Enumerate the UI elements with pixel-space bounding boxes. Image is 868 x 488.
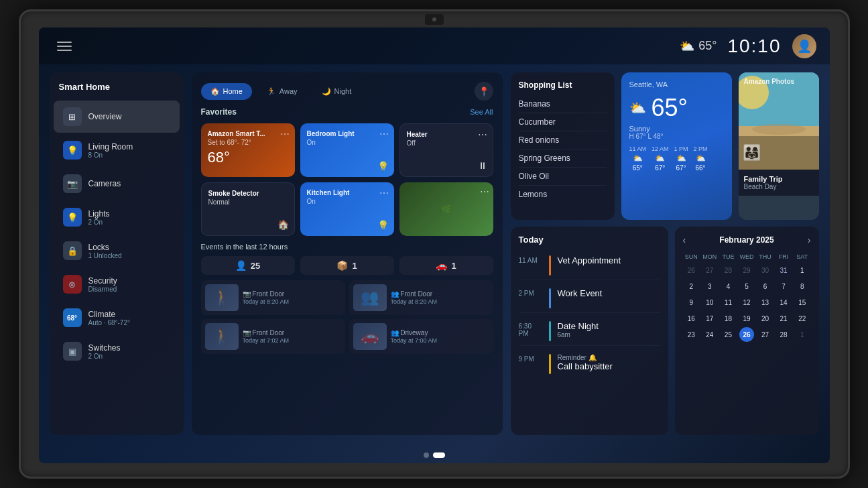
cal-day-20[interactable]: 20 [758,311,773,326]
device-card-smoke[interactable]: Smoke Detector Normal 🏠 [201,182,295,236]
weather-hour-4: 2 PM ⛅ 66° [694,145,708,172]
tv-screen: ⛅ 65° 10:10 👤 Smart Home ⊞ Overview [39,27,830,463]
cal-day-23[interactable]: 23 [684,327,698,342]
overview-icon: ⊞ [63,107,82,126]
device-card-backyard[interactable]: 🌿 ⋯ [399,182,493,236]
shopping-list-card: Shopping List Bananas Cucumber Red onion… [511,72,615,220]
nav-item-cameras[interactable]: 📷 Cameras [54,168,180,200]
cal-day-24[interactable]: 24 [702,327,717,342]
menu-line-2 [57,46,72,47]
thermostat-menu[interactable]: ⋯ [280,129,290,139]
cal-day-13[interactable]: 13 [758,295,773,310]
nav-label-climate: Climate Auto · 68°-72° [88,310,130,326]
device-card-heater[interactable]: Heater Off ⏸ ⋯ [399,123,493,177]
cal-day-18[interactable]: 18 [721,311,735,326]
kitchen-light-title: Kitchen Light [307,189,387,196]
header-weather-icon: ⛅ [680,39,694,54]
device-card-thermostat[interactable]: Amazon Smart T... Set to 68°- 72° 68° ⋯ [201,123,295,177]
photos-caption-sub: Beach Day [744,183,814,190]
work-title: Work Event [558,288,660,298]
people-icon: 👤 [235,260,247,271]
right-top: Shopping List Bananas Cucumber Red onion… [511,72,819,220]
thumb-info-4: 👥 Driveway Today at 7:00 AM [391,329,438,344]
kitchen-light-sub: On [307,198,387,205]
cal-day-3[interactable]: 3 [702,279,717,294]
bedroom-light-menu[interactable]: ⋯ [379,129,389,139]
date-night-time: 6:30 PM [519,321,542,341]
cal-day-28[interactable]: 28 [776,327,791,342]
user-avatar[interactable]: 👤 [792,34,816,58]
cal-day-27[interactable]: 27 [758,327,773,342]
cal-day-26-today[interactable]: 26 [739,327,754,342]
event-thumb-4[interactable]: 🚗 👥 Driveway Today at 7:00 AM [349,319,493,354]
vet-details: Vet Appointment [558,255,660,276]
cal-day-29-jan[interactable]: 29 [739,263,754,278]
thumb-img-1: 🚶 [205,284,239,311]
cal-day-11[interactable]: 11 [721,295,735,310]
nav-item-living-room[interactable]: 💡 Living Room 8 On [54,134,180,166]
header-temperature: 65° [698,39,717,53]
date-night-details: Date Night 6am [558,321,660,341]
event-thumb-3[interactable]: 🚶 📷 Front Door Today at 7:02 AM [201,319,345,354]
mode-away[interactable]: 🏃 Away [257,83,307,100]
cal-day-6[interactable]: 6 [758,279,773,294]
cal-day-9[interactable]: 9 [684,295,698,310]
cal-day-1[interactable]: 1 [795,263,810,278]
babysitter-details: Reminder 🔔 Call babysitter [558,354,660,374]
cal-day-7[interactable]: 7 [776,279,791,294]
event-thumb-1[interactable]: 🚶 📷 Front Door Today at 8:20 AM [201,280,345,315]
nav-item-locks[interactable]: 🔒 Locks 1 Unlocked [54,235,180,267]
date-night-bar [549,321,551,341]
cal-day-25[interactable]: 25 [721,327,735,342]
page-dot-1[interactable] [424,452,429,458]
nav-item-overview[interactable]: ⊞ Overview [54,101,180,133]
backyard-menu[interactable]: ⋯ [480,186,489,197]
cal-day-12[interactable]: 12 [739,295,754,310]
cal-day-1-mar[interactable]: 1 [795,327,810,342]
page-dot-2[interactable] [433,452,445,458]
heater-menu[interactable]: ⋯ [478,129,487,140]
cal-day-17[interactable]: 17 [702,311,717,326]
cal-day-28-jan[interactable]: 28 [721,263,735,278]
cal-day-27-jan[interactable]: 27 [702,263,717,278]
device-card-bedroom-light[interactable]: Bedroom Light On 💡 ⋯ [300,123,394,177]
cal-next-button[interactable]: › [808,235,811,245]
center-panel: 🏠 Home 🏃 Away 🌙 Night 📍 [192,72,503,435]
kitchen-light-menu[interactable]: ⋯ [379,188,389,198]
security-icon: ⊗ [63,275,82,294]
mode-night[interactable]: 🌙 Night [312,83,361,100]
cal-day-19[interactable]: 19 [739,311,754,326]
cal-day-31-jan[interactable]: 31 [776,263,791,278]
babysitter-reminder: Reminder 🔔 [558,354,660,361]
cal-day-10[interactable]: 10 [702,295,717,310]
cal-day-15[interactable]: 15 [795,295,810,310]
cal-day-4[interactable]: 4 [721,279,735,294]
calendar-month-year: February 2025 [719,235,773,245]
weather-hour-1: 11 AM ⛅ 65° [629,145,647,172]
cal-day-26-jan[interactable]: 26 [684,263,698,278]
menu-button[interactable] [52,34,76,58]
mode-home[interactable]: 🏠 Home [201,83,252,100]
bulb-icon: 💡 [377,161,389,172]
device-card-kitchen-light[interactable]: Kitchen Light On 💡 ⋯ [300,182,394,236]
location-button[interactable]: 📍 [475,82,493,101]
cal-day-30-jan[interactable]: 30 [758,263,773,278]
cal-day-16[interactable]: 16 [684,311,698,326]
cal-day-2[interactable]: 2 [684,279,698,294]
event-thumb-2[interactable]: 👥 👥 Front Door Today at 8:20 AM [349,280,493,315]
backyard-image: 🌿 [399,182,493,236]
nav-item-climate[interactable]: 68° Climate Auto · 68°-72° [54,302,180,334]
cal-day-22[interactable]: 22 [795,311,810,326]
cal-day-21[interactable]: 21 [776,311,791,326]
cal-prev-button[interactable]: ‹ [683,235,686,245]
nav-item-security[interactable]: ⊗ Security Disarmed [54,268,180,300]
cal-day-14[interactable]: 14 [776,295,791,310]
favorites-header: Favorites See All [201,107,493,117]
cal-day-8[interactable]: 8 [795,279,810,294]
see-all-button[interactable]: See All [470,108,493,116]
nav-item-switches[interactable]: ▣ Switches 2 On [54,335,180,367]
nav-item-lights[interactable]: 💡 Lights 2 On [54,201,180,233]
cal-day-5[interactable]: 5 [739,279,754,294]
kitchen-bulb-icon: 💡 [377,220,389,231]
thumb-img-2: 👥 [353,284,387,311]
